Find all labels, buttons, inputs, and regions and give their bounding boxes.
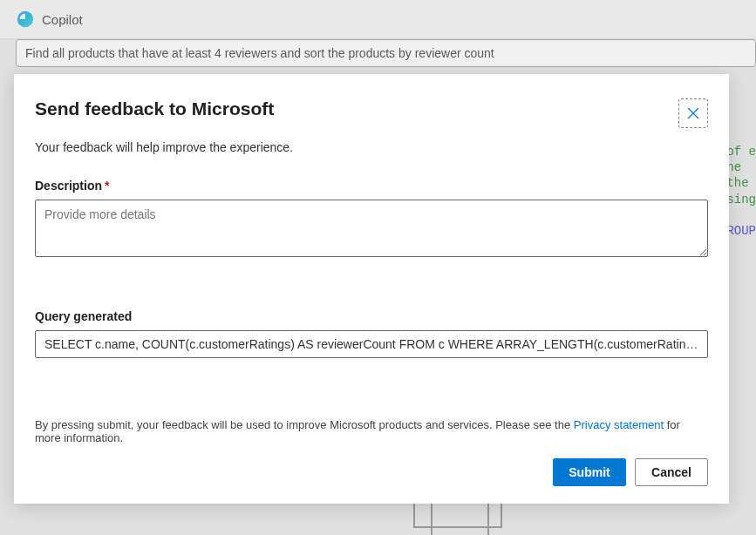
cancel-button[interactable]: Cancel xyxy=(635,458,708,486)
query-label: Query generated xyxy=(35,309,708,323)
submit-button[interactable]: Submit xyxy=(553,458,626,486)
footer-disclaimer: By pressing submit, your feedback will b… xyxy=(35,418,708,444)
description-textarea[interactable] xyxy=(35,200,708,257)
close-icon xyxy=(687,107,699,119)
query-generated-input[interactable] xyxy=(35,330,708,358)
required-indicator: * xyxy=(105,179,109,193)
description-field-group: Description* xyxy=(35,179,708,261)
button-row: Submit Cancel xyxy=(35,458,708,486)
query-field-group: Query generated xyxy=(35,309,708,358)
description-label: Description* xyxy=(35,179,708,193)
modal-title: Send feedback to Microsoft xyxy=(35,98,274,119)
modal-subtitle: Your feedback will help improve the expe… xyxy=(35,140,708,154)
close-button[interactable] xyxy=(678,98,708,128)
privacy-statement-link[interactable]: Privacy statement xyxy=(574,418,664,431)
feedback-modal: Send feedback to Microsoft Your feedback… xyxy=(14,74,729,504)
